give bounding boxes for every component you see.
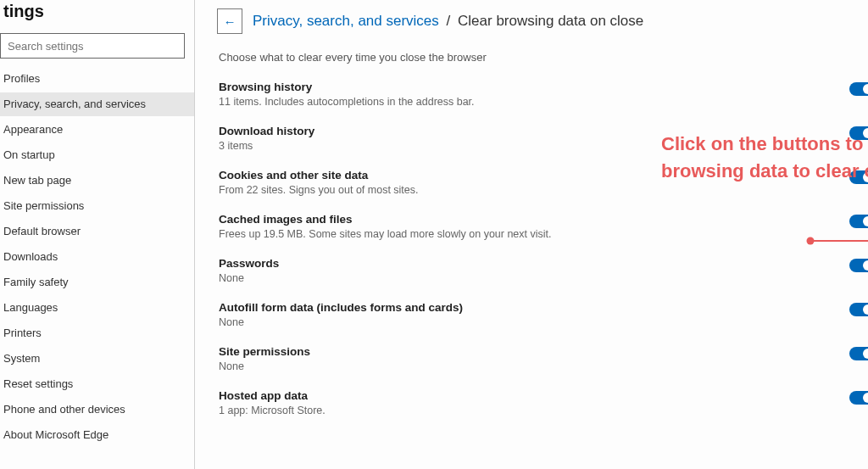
option-description: None (219, 272, 868, 284)
option-title: Site permissions (219, 345, 868, 360)
option-description: Frees up 19.5 MB. Some sites may load mo… (219, 228, 868, 240)
sidebar-item[interactable]: Site permissions (0, 194, 194, 218)
sidebar-nav: ProfilesPrivacy, search, and servicesApp… (0, 67, 194, 447)
option-description: 3 items (219, 140, 868, 152)
breadcrumb: Privacy, search, and services / Clear br… (253, 13, 643, 30)
breadcrumb-link[interactable]: Privacy, search, and services (253, 13, 439, 29)
sidebar-item[interactable]: Family safety (0, 271, 194, 294)
clear-option: Hosted app data1 app: Microsoft Store. (217, 382, 868, 427)
option-description: From 22 sites. Signs you out of most sit… (219, 184, 868, 196)
sidebar-item[interactable]: Privacy, search, and services (0, 92, 194, 116)
option-title: Passwords (219, 257, 868, 272)
sidebar-item[interactable]: Profiles (0, 67, 194, 91)
sidebar-item[interactable]: New tab page (0, 169, 194, 193)
option-title: Cached images and files (219, 213, 868, 228)
sidebar-item[interactable]: Languages (0, 296, 194, 320)
option-toggle[interactable] (849, 170, 868, 184)
sidebar-item[interactable]: About Microsoft Edge (0, 423, 194, 447)
option-title: Browsing history (219, 81, 868, 96)
option-title: Autofill form data (includes forms and c… (219, 301, 868, 316)
back-arrow-icon: ← (224, 14, 236, 29)
clear-option: Download history3 items (217, 118, 868, 162)
option-toggle[interactable] (849, 391, 868, 405)
sidebar-item[interactable]: Downloads (0, 245, 194, 269)
clear-option: Browsing history11 items. Includes autoc… (217, 74, 868, 118)
option-description: None (219, 316, 868, 328)
settings-title: tings (0, 0, 194, 33)
sidebar-item[interactable]: System (0, 347, 194, 371)
option-toggle[interactable] (849, 215, 868, 228)
sidebar-item[interactable]: Phone and other devices (0, 398, 194, 422)
option-title: Hosted app data (219, 389, 868, 405)
breadcrumb-current: Clear browsing data on close (458, 13, 643, 29)
search-input[interactable] (0, 33, 185, 59)
clear-option: Cached images and filesFrees up 19.5 MB.… (217, 206, 868, 250)
option-title: Cookies and other site data (219, 169, 868, 184)
breadcrumb-row: ← Privacy, search, and services / Clear … (217, 0, 868, 39)
clear-option: PasswordsNone (217, 250, 868, 294)
clear-option: Cookies and other site dataFrom 22 sites… (217, 162, 868, 206)
clear-options-list: Browsing history11 items. Includes autoc… (217, 74, 868, 427)
option-title: Download history (219, 125, 868, 140)
sidebar-item[interactable]: Appearance (0, 118, 194, 142)
breadcrumb-separator: / (447, 13, 451, 29)
option-toggle[interactable] (849, 303, 868, 316)
page-subheading: Choose what to clear every time you clos… (217, 39, 868, 74)
option-description: 1 app: Microsoft Store. (219, 405, 868, 416)
clear-option: Autofill form data (includes forms and c… (217, 294, 868, 338)
main-content: ← Privacy, search, and services / Clear … (195, 0, 868, 469)
option-toggle[interactable] (849, 347, 868, 360)
option-toggle[interactable] (849, 82, 868, 96)
clear-option: Site permissionsNone (217, 338, 868, 382)
option-toggle[interactable] (849, 259, 868, 272)
back-button[interactable]: ← (217, 8, 242, 34)
sidebar-item[interactable]: Printers (0, 321, 194, 345)
option-description: None (219, 360, 868, 372)
option-description: 11 items. Includes autocompletions in th… (219, 96, 868, 108)
sidebar-item[interactable]: Default browser (0, 220, 194, 243)
sidebar: tings ProfilesPrivacy, search, and servi… (0, 0, 195, 469)
sidebar-item[interactable]: On startup (0, 143, 194, 167)
option-toggle[interactable] (849, 126, 868, 140)
sidebar-item[interactable]: Reset settings (0, 372, 194, 396)
